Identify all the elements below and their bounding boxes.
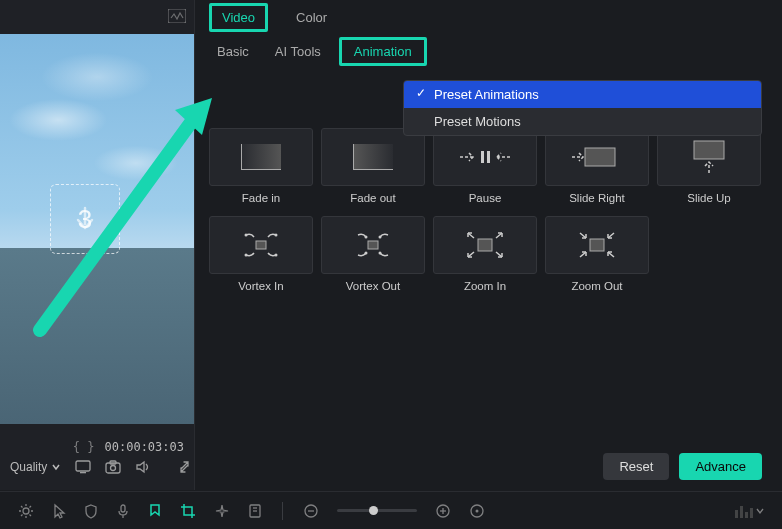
tab-video[interactable]: Video — [209, 3, 268, 32]
quality-selector[interactable]: Quality — [10, 460, 61, 474]
svg-rect-21 — [590, 239, 604, 251]
quality-label: Quality — [10, 460, 47, 474]
svg-point-12 — [275, 234, 278, 237]
preview-placeholder: 3 — [50, 184, 120, 254]
svg-point-11 — [245, 234, 248, 237]
zoom-slider[interactable] — [337, 509, 417, 512]
subtab-animation[interactable]: Animation — [339, 37, 427, 66]
cursor-icon[interactable] — [52, 503, 66, 519]
preset-label: Fade in — [209, 192, 313, 204]
preset-label: Slide Up — [657, 192, 761, 204]
svg-rect-20 — [478, 239, 492, 251]
preset-fade-out[interactable]: Fade out — [321, 128, 425, 204]
preset-label: Fade out — [321, 192, 425, 204]
svg-line-30 — [30, 506, 32, 508]
download-icon[interactable] — [248, 503, 262, 519]
svg-point-14 — [275, 254, 278, 257]
fit-icon[interactable] — [469, 503, 485, 519]
sub-tabs: Basic AI Tools Animation — [195, 34, 782, 74]
track-height-icon[interactable] — [735, 504, 764, 518]
dropdown-preset-motions[interactable]: Preset Motions — [404, 108, 761, 135]
svg-rect-6 — [481, 151, 484, 163]
properties-pane: Video Color Basic AI Tools Animation Fad… — [195, 0, 782, 490]
zoom-in-icon[interactable] — [435, 503, 451, 519]
preview-pane: 3 { } 00:00:03:03 Quality — [0, 0, 195, 490]
svg-line-29 — [21, 514, 23, 516]
svg-line-28 — [30, 514, 32, 516]
svg-rect-8 — [585, 148, 615, 166]
svg-point-17 — [379, 236, 382, 239]
preset-type-dropdown[interactable]: Preset Animations Preset Motions — [403, 80, 762, 136]
sparkle-icon[interactable] — [214, 503, 230, 519]
preset-slide-right[interactable]: Slide Right — [545, 128, 649, 204]
preset-label: Vortex In — [209, 280, 313, 292]
subtab-ai-tools[interactable]: AI Tools — [267, 38, 329, 65]
svg-point-19 — [379, 252, 382, 255]
tab-color[interactable]: Color — [290, 6, 333, 29]
preset-zoom-out[interactable]: Zoom Out — [545, 216, 649, 292]
advance-button[interactable]: Advance — [679, 453, 762, 480]
marker-icon[interactable] — [148, 503, 162, 519]
svg-point-16 — [365, 236, 368, 239]
timecode-display: 00:00:03:03 — [105, 440, 184, 454]
svg-rect-7 — [487, 151, 490, 163]
preset-label: Pause — [433, 192, 537, 204]
crop-icon[interactable] — [180, 503, 196, 519]
chevron-down-icon — [51, 462, 61, 472]
preset-vortex-in[interactable]: Vortex In — [209, 216, 313, 292]
svg-point-4 — [111, 466, 116, 471]
preset-label: Zoom In — [433, 280, 537, 292]
video-preview[interactable]: 3 — [0, 34, 194, 424]
svg-rect-31 — [121, 505, 125, 512]
svg-rect-15 — [368, 241, 378, 249]
preset-label: Vortex Out — [321, 280, 425, 292]
reset-button[interactable]: Reset — [603, 453, 669, 480]
preset-zoom-in[interactable]: Zoom In — [433, 216, 537, 292]
svg-rect-10 — [256, 241, 266, 249]
subtab-basic[interactable]: Basic — [209, 38, 257, 65]
top-tabs: Video Color — [195, 0, 782, 34]
preset-slide-up[interactable]: Slide Up — [657, 128, 761, 204]
shield-icon[interactable] — [84, 503, 98, 519]
preset-fade-in[interactable]: Fade in — [209, 128, 313, 204]
svg-rect-9 — [694, 141, 724, 159]
preset-animations-grid: Fade in Fade out Pause Slide Right — [209, 128, 768, 292]
svg-point-22 — [23, 508, 29, 514]
zoom-out-icon[interactable] — [303, 503, 319, 519]
svg-point-13 — [245, 254, 248, 257]
svg-rect-1 — [76, 461, 90, 471]
mic-icon[interactable] — [116, 503, 130, 519]
preset-vortex-out[interactable]: Vortex Out — [321, 216, 425, 292]
brackets-indicator: { } — [73, 440, 95, 454]
svg-rect-0 — [168, 9, 186, 23]
timeline-toolbar — [0, 491, 782, 529]
preset-pause[interactable]: Pause — [433, 128, 537, 204]
svg-point-41 — [476, 509, 479, 512]
cast-icon[interactable] — [75, 460, 91, 474]
volume-icon[interactable] — [135, 460, 151, 474]
svg-rect-2 — [80, 472, 86, 473]
preset-label: Slide Right — [545, 192, 649, 204]
svg-line-27 — [21, 506, 23, 508]
brightness-icon[interactable] — [18, 503, 34, 519]
fullscreen-icon[interactable] — [179, 460, 193, 474]
snapshot-icon[interactable] — [105, 460, 121, 474]
waveform-icon[interactable] — [168, 9, 186, 23]
preset-label: Zoom Out — [545, 280, 649, 292]
dropdown-preset-animations[interactable]: Preset Animations — [404, 81, 761, 108]
svg-point-18 — [365, 252, 368, 255]
